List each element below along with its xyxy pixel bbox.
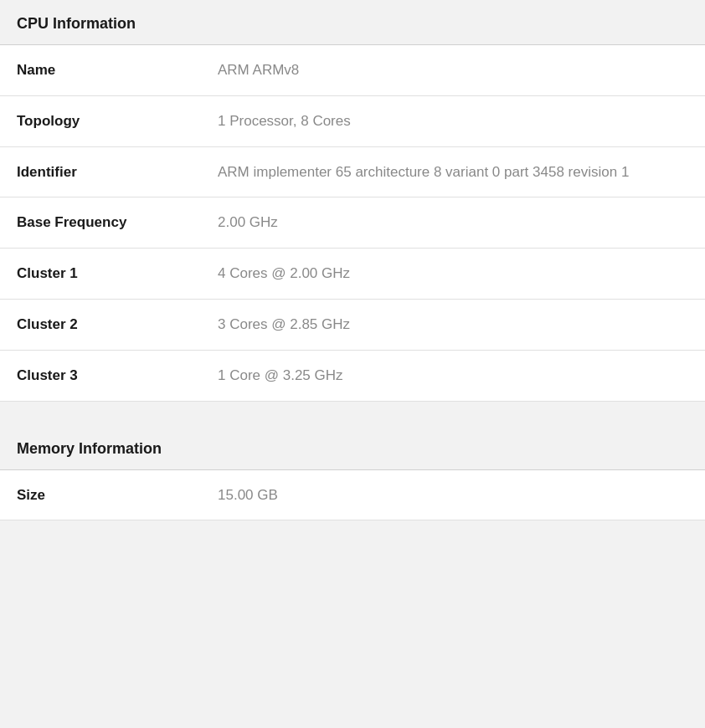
memory-size-row: Size 15.00 GB <box>0 470 705 521</box>
cpu-cluster2-row: Cluster 2 3 Cores @ 2.85 GHz <box>0 300 705 351</box>
cpu-topology-row: Topology 1 Processor, 8 Cores <box>0 96 705 147</box>
cpu-cluster1-label: Cluster 1 <box>17 264 218 284</box>
cpu-cluster2-value: 3 Cores @ 2.85 GHz <box>218 315 688 335</box>
memory-section-header: Memory Information <box>0 425 705 469</box>
cpu-topology-value: 1 Processor, 8 Cores <box>218 111 688 131</box>
cpu-topology-label: Topology <box>17 111 218 131</box>
cpu-name-label: Name <box>17 60 218 80</box>
cpu-cluster1-value: 4 Cores @ 2.00 GHz <box>218 264 688 284</box>
memory-size-label: Size <box>17 485 218 505</box>
cpu-cluster3-row: Cluster 3 1 Core @ 3.25 GHz <box>0 351 705 402</box>
cpu-cluster1-row: Cluster 1 4 Cores @ 2.00 GHz <box>0 249 705 300</box>
cpu-identifier-label: Identifier <box>17 162 218 182</box>
cpu-cluster3-value: 1 Core @ 3.25 GHz <box>218 366 688 386</box>
cpu-section-header: CPU Information <box>0 0 705 44</box>
cpu-cluster3-label: Cluster 3 <box>17 366 218 386</box>
cpu-cluster2-label: Cluster 2 <box>17 315 218 335</box>
cpu-identifier-value: ARM implementer 65 architecture 8 varian… <box>218 162 688 182</box>
cpu-section-title: CPU Information <box>17 15 136 32</box>
cpu-base-frequency-value: 2.00 GHz <box>218 213 688 233</box>
cpu-name-row: Name ARM ARMv8 <box>0 45 705 96</box>
cpu-base-frequency-row: Base Frequency 2.00 GHz <box>0 197 705 249</box>
section-gap <box>0 402 705 425</box>
memory-section: Memory Information Size 15.00 GB <box>0 425 705 521</box>
cpu-name-value: ARM ARMv8 <box>218 60 688 80</box>
cpu-base-frequency-label: Base Frequency <box>17 213 218 233</box>
cpu-identifier-row: Identifier ARM implementer 65 architectu… <box>0 147 705 198</box>
memory-section-title: Memory Information <box>17 440 162 457</box>
memory-size-value: 15.00 GB <box>218 485 688 505</box>
cpu-section: CPU Information Name ARM ARMv8 Topology … <box>0 0 705 402</box>
